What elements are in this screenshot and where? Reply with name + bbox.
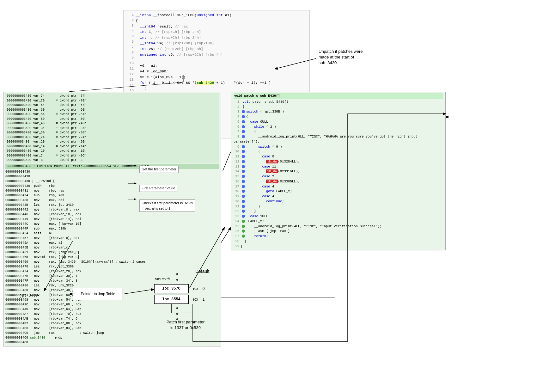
jpt-label: jpt_34C0 — [20, 293, 38, 298]
loc-3554-row: loc_3554 rcx = 1 — [154, 295, 204, 304]
callout-checks: Checks if first parameter is 0x539If yes… — [139, 199, 195, 212]
empty-lines: 0000000003430 0000000003430 — [5, 170, 219, 179]
rcx1-label: rcx = 1 — [193, 297, 204, 302]
right-code-header: void patch_s_sub_E430() — [234, 93, 443, 99]
rcx0-label: rcx = 0 — [193, 286, 204, 291]
jmp-table-box: Pointer to Jmp Table — [73, 288, 123, 300]
bottom-note: Patch first parameteris 1337 or 0x539 — [154, 319, 217, 331]
var-decls: 0000000003430 var_74 = dword ptr -74h 00… — [5, 93, 219, 163]
default-label: Default — [195, 269, 209, 274]
loc-357c-row: loc_357C rcx = 0 — [154, 284, 204, 293]
callout-first-param-value: First Parameter Value — [139, 185, 177, 192]
callout-top: Unpatch if patches were made at the star… — [316, 47, 373, 67]
svg-line-1 — [223, 152, 231, 171]
callout-first-param: Get the first parameter — [139, 166, 179, 173]
right-code-lines: 1 void patch_s_sub_E430() 2 { 3switch ( … — [234, 100, 443, 249]
section-note: 0000000003430 ; FUNCTION CHUNK AT .text:… — [5, 164, 219, 169]
rax-rcx-label: rax+rcx*8 — [155, 277, 170, 281]
right-code-panel: void patch_s_sub_E430() 1 void patch_s_s… — [231, 92, 446, 250]
disasm-panel: 0000000003430 var_74 = dword ptr -74h 00… — [3, 92, 221, 346]
callout-text: Unpatch if patches were made at the star… — [319, 49, 363, 65]
